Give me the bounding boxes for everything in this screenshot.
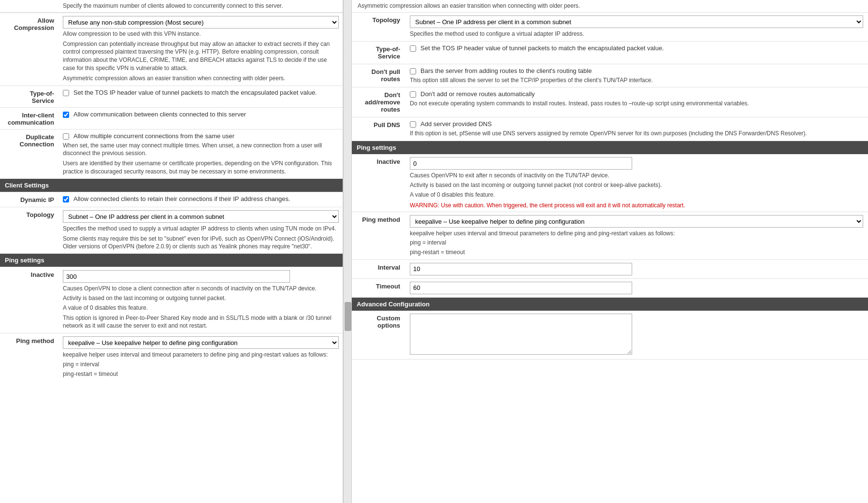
interval-row: Interval: [352, 260, 868, 279]
dynamic-ip-checkbox-label: Allow connected clients to retain their …: [73, 195, 290, 202]
dynamic-ip-value: Allow connected clients to retain their …: [58, 192, 343, 207]
allow-compression-select[interactable]: Refuse any non-stub compression (Most se…: [63, 16, 339, 29]
inactive-label-left: Inactive: [0, 267, 58, 333]
duplicate-connection-checkbox[interactable]: [63, 133, 69, 140]
type-of-service-checkbox-left[interactable]: [63, 90, 69, 96]
ping-method-help1-right: keepalive helper uses interval and timeo…: [410, 230, 863, 238]
ping-method-help3-left: ping-restart = timeout: [63, 370, 339, 378]
duplicate-connection-checkbox-label: Allow multiple concurrent connections fr…: [73, 132, 234, 140]
topology-label-right: Topology: [352, 13, 405, 41]
allow-compression-help3: Asymmetric compression allows an easier …: [63, 74, 339, 83]
advanced-config-header: Advanced Configuration: [352, 298, 868, 311]
topology-select-left[interactable]: Subnet – One IP address per client in a …: [63, 210, 339, 223]
left-top-partial: Specify the maximum number of clients al…: [0, 0, 343, 13]
pull-dns-label: Pull DNS: [352, 117, 405, 141]
allow-compression-help1: Allow compression to be used with this V…: [63, 30, 339, 38]
interval-value: [405, 260, 868, 278]
ping-settings-header-right: Ping settings: [352, 141, 868, 154]
ping-method-label-right: Ping method: [352, 212, 405, 259]
allow-compression-help2: Compression can potentially increase thr…: [63, 40, 339, 72]
ping-method-help3-right: ping-restart = timeout: [410, 248, 863, 257]
custom-options-label: Customoptions: [352, 311, 405, 359]
dont-add-remove-checkbox[interactable]: [410, 91, 416, 98]
inactive-help1-right: Causes OpenVPN to exit after n seconds o…: [410, 172, 863, 180]
dont-pull-routes-checkbox-label: Bars the server from adding routes to th…: [420, 67, 592, 74]
pull-dns-help: If this option is set, pfSense will use …: [410, 129, 863, 138]
duplicate-connection-help1: When set, the same user may connect mult…: [63, 142, 339, 158]
inactive-row-right: Inactive Causes OpenVPN to exit after n …: [352, 154, 868, 212]
dynamic-ip-label: Dynamic IP: [0, 192, 58, 207]
duplicate-connection-label: DuplicateConnection: [0, 129, 58, 179]
inactive-help3-left: A value of 0 disables this feature.: [63, 304, 339, 312]
ping-method-label-left: Ping method: [0, 333, 58, 381]
duplicate-connection-help2: Users are identified by their username o…: [63, 159, 339, 176]
dont-pull-routes-checkbox[interactable]: [410, 68, 416, 74]
type-of-service-checkbox-label-right: Set the TOS IP header value of tunnel pa…: [420, 44, 664, 52]
timeout-input[interactable]: [410, 282, 632, 294]
scrollbar-area[interactable]: [343, 0, 352, 503]
topology-value-left: Subnet – One IP address per client in a …: [58, 207, 343, 254]
type-of-service-label-left: Type-of-Service: [0, 86, 58, 107]
custom-options-textarea[interactable]: [410, 314, 632, 355]
ping-method-help2-right: ping = interval: [410, 239, 863, 247]
pull-dns-value: Add server provided DNS If this option i…: [405, 117, 868, 141]
ping-method-help2-left: ping = interval: [63, 360, 339, 369]
pull-dns-row: Pull DNS Add server provided DNS If this…: [352, 117, 868, 141]
inactive-warning-right: WARNING: Use with caution. When triggere…: [410, 202, 863, 209]
duplicate-connection-value: Allow multiple concurrent connections fr…: [58, 129, 343, 179]
inter-client-checkbox-label: Allow communication between clients conn…: [73, 111, 246, 118]
dont-pull-routes-label: Don't pullroutes: [352, 64, 405, 87]
type-of-service-checkbox-label-left: Set the TOS IP header value of tunnel pa…: [73, 89, 317, 96]
dont-pull-routes-help: This option still allows the server to s…: [410, 76, 863, 85]
ping-method-help1-left: keepalive helper uses interval and timeo…: [63, 351, 339, 359]
inactive-help3-right: A value of 0 disables this feature.: [410, 191, 863, 199]
topology-row-right: Topology Subnet – One IP address per cli…: [352, 13, 868, 42]
ping-settings-header-left: Ping settings: [0, 254, 343, 267]
type-of-service-value-left: Set the TOS IP header value of tunnel pa…: [58, 86, 343, 107]
ping-method-select-right[interactable]: keepalive – Use keepalive helper to defi…: [410, 215, 863, 228]
left-panel: Specify the maximum number of clients al…: [0, 0, 343, 503]
type-of-service-checkbox-right[interactable]: [410, 45, 416, 52]
type-of-service-value-right: Set the TOS IP header value of tunnel pa…: [405, 42, 868, 64]
topology-select-right[interactable]: Subnet – One IP address per client in a …: [410, 15, 863, 28]
inactive-help4-left: This option is ignored in Peer-to-Peer S…: [63, 314, 339, 331]
timeout-row: Timeout: [352, 279, 868, 298]
inter-client-value: Allow communication between clients conn…: [58, 107, 343, 129]
scrollbar-thumb[interactable]: [345, 302, 351, 331]
dont-add-remove-checkbox-label: Don't add or remove routes automatically: [420, 90, 535, 98]
timeout-label: Timeout: [352, 279, 405, 297]
ping-method-value-right: keepalive – Use keepalive helper to defi…: [405, 212, 868, 259]
right-top-partial: Asymmetric compression allows an easier …: [352, 0, 868, 13]
pull-dns-checkbox[interactable]: [410, 121, 416, 128]
timeout-value: [405, 279, 868, 297]
right-panel: Asymmetric compression allows an easier …: [352, 0, 868, 503]
inter-client-label: Inter-clientcommunication: [0, 107, 58, 129]
inactive-help1-left: Causes OpenVPN to close a client connect…: [63, 285, 339, 293]
dont-add-remove-row: Don'tadd/removeroutes Don't add or remov…: [352, 87, 868, 117]
dont-pull-routes-value: Bars the server from adding routes to th…: [405, 64, 868, 87]
interval-input[interactable]: [410, 263, 632, 275]
topology-label-left: Topology: [0, 207, 58, 254]
inter-client-checkbox[interactable]: [63, 112, 69, 118]
inactive-help2-left: Activity is based on the last incoming o…: [63, 294, 339, 302]
pull-dns-checkbox-label: Add server provided DNS: [420, 120, 492, 128]
topology-help2-left: Some clients may require this be set to …: [63, 235, 339, 251]
inactive-input-right[interactable]: [410, 157, 632, 170]
dont-add-remove-help: Do not execute operating system commands…: [410, 100, 863, 108]
topology-value-right: Subnet – One IP address per client in a …: [405, 13, 868, 41]
inactive-value-left: Causes OpenVPN to close a client connect…: [58, 267, 343, 333]
allow-compression-value: Refuse any non-stub compression (Most se…: [58, 13, 343, 86]
ping-method-select-left[interactable]: keepalive – Use keepalive helper to defi…: [63, 336, 339, 349]
ping-method-value-left: keepalive – Use keepalive helper to defi…: [58, 333, 343, 381]
dont-add-remove-label: Don'tadd/removeroutes: [352, 87, 405, 117]
inactive-help2-right: Activity is based on the last incoming o…: [410, 181, 863, 189]
custom-options-value: [405, 311, 868, 359]
allow-compression-label: AllowCompression: [0, 13, 58, 86]
ping-method-row-right: Ping method keepalive – Use keepalive he…: [352, 212, 868, 260]
inactive-value-right: Causes OpenVPN to exit after n seconds o…: [405, 154, 868, 211]
dynamic-ip-checkbox[interactable]: [63, 196, 69, 202]
inactive-input-left[interactable]: [63, 270, 290, 283]
topology-help1-left: Specifies the method used to supply a vi…: [63, 225, 339, 233]
topology-help-right: Specifies the method used to configure a…: [410, 30, 863, 38]
type-of-service-row-right: Type-of-Service Set the TOS IP header va…: [352, 42, 868, 64]
